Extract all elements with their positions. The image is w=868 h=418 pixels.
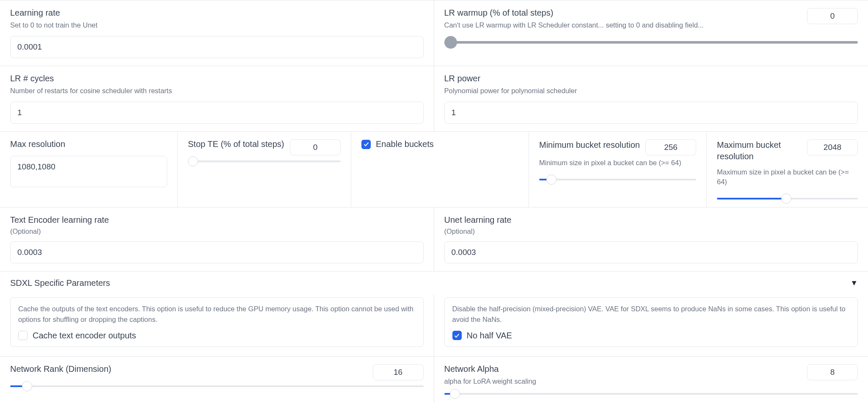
sdxl-section-title: SDXL Specific Parameters	[10, 278, 110, 288]
nohalf-vae-desc: Disable the half-precision (mixed-precis…	[452, 304, 850, 325]
max-bucket-sublabel: Maximum size in pixel a bucket can be (>…	[717, 167, 858, 187]
lr-warmup-slider[interactable]	[444, 41, 858, 44]
lr-warmup-label: LR warmup (% of total steps)	[444, 8, 802, 18]
net-rank-value[interactable]	[373, 364, 424, 380]
te-lr-optional: (Optional)	[10, 227, 424, 235]
max-bucket-value[interactable]	[807, 139, 858, 155]
net-alpha-slider[interactable]	[444, 393, 858, 395]
sdxl-section-header[interactable]: SDXL Specific Parameters ▼	[0, 271, 868, 295]
min-bucket-label: Minimum bucket resolution	[539, 139, 640, 151]
lr-power-sublabel: Polynomial power for polynomial schedule…	[444, 86, 858, 96]
unet-lr-optional: (Optional)	[444, 227, 858, 235]
min-bucket-slider[interactable]	[539, 179, 696, 180]
net-rank-label: Network Rank (Dimension)	[10, 364, 368, 374]
chevron-down-icon: ▼	[850, 279, 858, 288]
lr-warmup-sublabel: Can't use LR warmup with LR Scheduler co…	[444, 20, 802, 30]
min-bucket-value[interactable]	[645, 139, 696, 155]
max-res-label: Max resolution	[10, 139, 167, 149]
min-bucket-sublabel: Minimum size in pixel a bucket can be (>…	[539, 158, 696, 168]
learning-rate-sublabel: Set to 0 to not train the Unet	[10, 20, 424, 30]
check-icon	[454, 332, 460, 339]
cache-te-checkbox[interactable]	[18, 331, 28, 340]
stop-te-value[interactable]	[290, 139, 341, 155]
lr-warmup-value[interactable]	[807, 8, 858, 24]
max-res-input[interactable]	[10, 156, 167, 187]
cache-te-label: Cache text encoder outputs	[33, 331, 136, 340]
enable-buckets-checkbox[interactable]	[361, 140, 371, 149]
nohalf-vae-checkbox[interactable]	[452, 331, 462, 340]
unet-lr-input[interactable]	[444, 241, 858, 263]
stop-te-slider[interactable]	[188, 161, 341, 162]
enable-buckets-label: Enable buckets	[376, 139, 434, 149]
lr-cycles-label: LR # cycles	[10, 74, 424, 83]
lr-cycles-sublabel: Number of restarts for cosine scheduler …	[10, 86, 424, 96]
learning-rate-label: Learning rate	[10, 8, 424, 18]
te-lr-label: Text Encoder learning rate	[10, 215, 424, 225]
net-alpha-label: Network Alpha	[444, 364, 802, 374]
te-lr-input[interactable]	[10, 241, 424, 263]
check-icon	[363, 141, 369, 147]
max-bucket-slider[interactable]	[717, 198, 858, 199]
net-alpha-sublabel: alpha for LoRA weight scaling	[444, 376, 802, 386]
unet-lr-label: Unet learning rate	[444, 215, 858, 225]
lr-power-input[interactable]	[444, 102, 858, 124]
lr-power-label: LR power	[444, 74, 858, 83]
net-alpha-value[interactable]	[807, 364, 858, 380]
learning-rate-input[interactable]	[10, 36, 424, 58]
nohalf-vae-label: No half VAE	[467, 331, 512, 340]
max-bucket-label: Maximum bucket resolution	[717, 139, 802, 162]
net-rank-slider[interactable]	[10, 385, 424, 387]
lr-cycles-input[interactable]	[10, 102, 424, 124]
stop-te-label: Stop TE (% of total steps)	[188, 139, 285, 149]
cache-te-desc: Cache the outputs of the text encoders. …	[18, 304, 416, 325]
